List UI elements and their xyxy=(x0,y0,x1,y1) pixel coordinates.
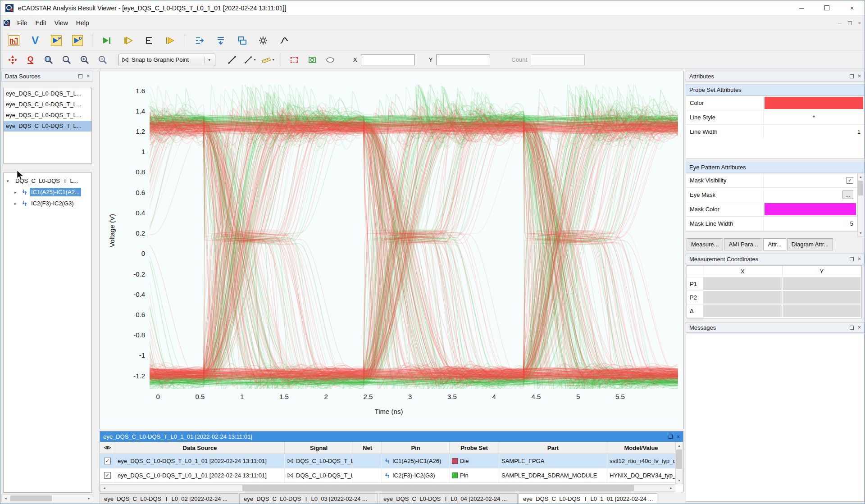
attributes-vscrollbar[interactable]: ▴ ▾ xyxy=(857,173,864,237)
scrollbar-thumb[interactable] xyxy=(676,450,682,469)
close-panel-icon[interactable]: × xyxy=(677,434,680,440)
scroll-left-icon[interactable]: ◂ xyxy=(100,485,108,491)
chevron-down-icon[interactable]: ▾ xyxy=(204,57,212,63)
export-data-button[interactable] xyxy=(190,32,209,50)
result-tab[interactable]: eye_DQS_C_L0-DQS_T_L0_1_01 [2022-02-24 .… xyxy=(519,493,657,504)
tree-caret-icon[interactable]: ▸ xyxy=(14,190,19,195)
scroll-right-icon[interactable]: ▸ xyxy=(667,485,675,491)
y-value-cell[interactable] xyxy=(783,277,862,291)
scroll-up-icon[interactable]: ▴ xyxy=(676,442,683,449)
data-source-item[interactable]: eye_DQS_C_L0-DQS_T_L... xyxy=(4,121,91,132)
scroll-down-icon[interactable]: ▾ xyxy=(676,477,683,484)
snap-mode-select[interactable]: Snap to Graphic Point ▾ xyxy=(118,54,215,66)
data-source-tree[interactable]: ▾DQS_C_L0-DQS_T_L...▸IC1(A25)-IC1(A2...▸… xyxy=(3,173,92,493)
draw-line-menu-button[interactable]: ▾ xyxy=(241,53,258,67)
data-source-item[interactable]: eye_DQS_C_L0-DQS_T_L... xyxy=(4,110,91,121)
scroll-up-icon[interactable]: ▴ xyxy=(858,173,864,180)
probe-data-button[interactable]: D xyxy=(68,32,87,50)
x-coordinate-input[interactable] xyxy=(361,54,415,65)
zoom-out-button[interactable] xyxy=(94,53,111,67)
result-tab[interactable]: eye_DQS_C_L0-DQS_T_L0_03 [2022-02-24 ... xyxy=(239,493,378,504)
tree-item[interactable]: ▸IC1(A25)-IC1(A2... xyxy=(4,186,91,198)
scroll-down-icon[interactable]: ▾ xyxy=(858,230,864,236)
results-vscrollbar[interactable]: ▴ ▾ xyxy=(675,442,683,484)
color-swatch[interactable] xyxy=(765,97,863,109)
maximize-button[interactable] xyxy=(814,0,839,15)
x-value-cell[interactable] xyxy=(703,277,783,291)
visibility-checkbox[interactable]: ✓ xyxy=(104,472,111,479)
attribute-value[interactable]: * xyxy=(764,110,864,124)
close-panel-icon[interactable]: × xyxy=(858,73,861,79)
menu-help[interactable]: Help xyxy=(72,17,93,29)
close-panel-icon[interactable]: × xyxy=(858,324,861,331)
data-sources-hscrollbar[interactable]: ◂ ▸ xyxy=(1,495,93,502)
tree-caret-icon[interactable]: ▾ xyxy=(7,179,12,183)
visibility-checkbox[interactable]: ✓ xyxy=(104,458,111,464)
table-row[interactable]: ✓eye_DQS_C_L0-DQS_T_L0_1_01 [2022-02-24 … xyxy=(100,468,675,483)
menu-view[interactable]: View xyxy=(50,17,72,29)
menu-file[interactable]: File xyxy=(13,17,32,29)
x-value-cell[interactable] xyxy=(703,304,783,318)
voltage-plot-button[interactable]: V xyxy=(25,32,45,50)
float-panel-icon[interactable] xyxy=(78,74,82,78)
attribute-value[interactable]: 1 xyxy=(764,125,864,139)
column-header-pin[interactable]: Pin xyxy=(382,442,450,454)
close-panel-icon[interactable]: × xyxy=(86,73,90,79)
attribute-value[interactable]: 5 xyxy=(764,217,857,231)
data-source-list[interactable]: eye_DQS_C_L0-DQS_T_L...eye_DQS_C_L0-DQS_… xyxy=(3,88,92,163)
analysis-result-button[interactable] xyxy=(4,32,24,50)
column-header-signal[interactable]: Signal xyxy=(285,442,353,454)
tab-measure-[interactable]: Measure... xyxy=(687,238,723,250)
tab-attr-[interactable]: Attr... xyxy=(763,238,786,250)
mdi-restore-icon[interactable] xyxy=(848,21,852,25)
checkbox[interactable]: ✓ xyxy=(847,177,853,184)
zoom-select-button[interactable] xyxy=(58,53,75,67)
mdi-minimize-icon[interactable]: ─ xyxy=(838,20,842,26)
y-value-cell[interactable] xyxy=(783,291,862,304)
color-swatch[interactable] xyxy=(765,203,856,215)
column-header-net[interactable]: Net xyxy=(353,442,382,454)
tab-ami-para-[interactable]: AMI Para... xyxy=(724,238,762,250)
mask-ellipse-button[interactable] xyxy=(322,53,338,67)
zoom-window-button[interactable] xyxy=(40,53,57,67)
scrollbar-thumb[interactable] xyxy=(10,495,52,501)
float-panel-icon[interactable] xyxy=(850,326,854,330)
scroll-left-icon[interactable]: ◂ xyxy=(2,495,9,502)
mask-rectangle-button[interactable] xyxy=(286,53,302,67)
scrollbar-thumb[interactable] xyxy=(242,485,634,491)
float-panel-icon[interactable] xyxy=(850,257,854,261)
results-hscrollbar[interactable]: ◂ ▸ xyxy=(100,484,675,492)
results-titlebar[interactable]: eye_DQS_C_L0-DQS_T_L0_1_01 [2022-02-24 1… xyxy=(100,431,683,442)
edge-select-button[interactable] xyxy=(139,32,159,50)
marker-start-button[interactable] xyxy=(97,32,117,50)
minimize-button[interactable]: ─ xyxy=(789,0,814,15)
y-coordinate-input[interactable] xyxy=(436,54,490,65)
scrollbar-thumb[interactable] xyxy=(858,181,863,195)
zoom-in-button[interactable] xyxy=(76,53,93,67)
menu-edit[interactable]: Edit xyxy=(32,17,50,29)
zoom-previous-button[interactable]: Q xyxy=(22,53,39,67)
browse-button[interactable]: ... xyxy=(842,191,853,199)
import-data-button[interactable] xyxy=(211,32,231,50)
column-header-part[interactable]: Part xyxy=(499,442,607,454)
float-panel-icon[interactable] xyxy=(669,435,673,439)
mask-region-button[interactable] xyxy=(304,53,320,67)
data-source-item[interactable]: eye_DQS_C_L0-DQS_T_L... xyxy=(4,88,91,99)
close-button[interactable]: × xyxy=(839,0,865,15)
settings-button[interactable] xyxy=(253,32,273,50)
cascade-windows-button[interactable] xyxy=(232,32,252,50)
column-header-probe-set[interactable]: Probe Set xyxy=(450,442,499,454)
probe-power-button[interactable]: P xyxy=(46,32,66,50)
smooth-curve-button[interactable] xyxy=(274,32,294,50)
column-header-data-source[interactable]: Data Source xyxy=(115,442,285,454)
tree-caret-icon[interactable]: ▸ xyxy=(14,201,19,206)
data-source-item[interactable]: eye_DQS_C_L0-DQS_T_L... xyxy=(4,99,91,110)
close-panel-icon[interactable]: × xyxy=(858,256,861,262)
column-header-model-value[interactable]: Model/Value xyxy=(607,442,675,454)
scroll-right-icon[interactable]: ▸ xyxy=(85,495,93,502)
tab-diagram-attr-[interactable]: Diagram Attr... xyxy=(787,238,833,250)
draw-line-button[interactable] xyxy=(223,53,240,67)
result-tab[interactable]: eye_DQS_C_L0-DQS_T_L0_02 [2022-02-24 ... xyxy=(100,493,238,504)
table-row[interactable]: ✓eye_DQS_C_L0-DQS_T_L0_1_01 [2022-02-24 … xyxy=(100,454,675,468)
tree-item[interactable]: ▸IC2(F3)-IC2(G3) xyxy=(4,198,91,209)
